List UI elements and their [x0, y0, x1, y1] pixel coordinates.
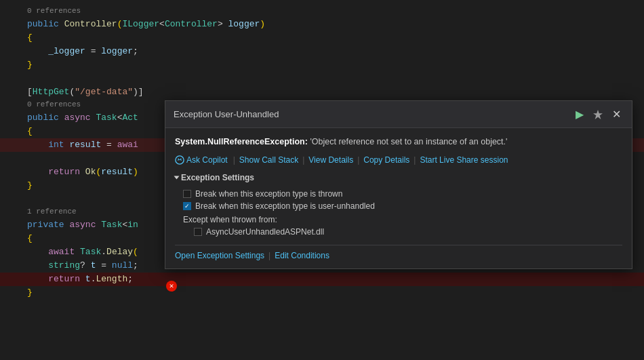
link-sep-3: |	[357, 155, 359, 165]
link-sep-2: |	[302, 155, 304, 165]
bottom-sep: |	[268, 251, 270, 260]
except-dll-label: AsyncUserUnhandledASPNet.dll	[206, 227, 324, 237]
code-line-constructor: public Controller(ILogger<Controller> lo…	[0, 18, 644, 31]
code-line-open: {	[0, 31, 644, 45]
popup-titlebar: Exception User-Unhandled ▶ ✕	[165, 101, 632, 128]
code-line-close3: }	[0, 286, 644, 300]
checkbox-1[interactable]	[183, 190, 191, 198]
code-line-blank1	[0, 72, 644, 85]
svg-point-1	[178, 158, 179, 159]
code-line-tlength: return t.Length; ✕	[0, 273, 644, 286]
breakpoint-error-icon: ✕	[166, 281, 177, 292]
continue-button[interactable]: ▶	[573, 106, 586, 122]
exception-type: System.NullReferenceException:	[175, 137, 308, 146]
open-exception-settings-link[interactable]: Open Exception Settings	[175, 251, 264, 260]
exception-settings-label: Exception Settings	[181, 173, 254, 182]
copy-details-link[interactable]: Copy Details	[363, 155, 409, 165]
view-details-link[interactable]: View Details	[308, 155, 353, 165]
checkbox-1-label: Break when this exception type is thrown	[195, 189, 342, 199]
except-when-label: Except when thrown from:	[175, 212, 622, 226]
copilot-icon	[175, 155, 184, 165]
bottom-links: Open Exception Settings | Edit Condition…	[175, 245, 622, 260]
code-line-httpget: [HttpGet("/get-data")]	[0, 85, 644, 99]
exception-settings-header: Exception Settings	[175, 173, 622, 182]
code-line-assign: _logger = logger;	[0, 45, 644, 58]
triangle-icon	[174, 176, 180, 179]
popup-title: Exception User-Unhandled	[174, 109, 279, 119]
svg-point-0	[176, 155, 184, 163]
checkbox-2-label: Break when this exception type is user-u…	[195, 201, 375, 211]
link-sep-1: |	[233, 155, 235, 165]
close-button[interactable]: ✕	[609, 106, 624, 122]
show-call-stack-link[interactable]: Show Call Stack	[239, 155, 298, 165]
exception-message: System.NullReferenceException: 'Object r…	[175, 136, 622, 148]
edit-conditions-link[interactable]: Edit Conditions	[275, 251, 329, 260]
popup-links-row: Ask Copilot | Show Call Stack | View Det…	[175, 155, 622, 165]
exception-detail: 'Object reference not set to an instance…	[310, 137, 507, 146]
ask-copilot-link[interactable]: Ask Copilot	[186, 155, 228, 165]
link-sep-4: |	[414, 155, 416, 165]
checkbox-2[interactable]	[183, 202, 191, 210]
except-when-item[interactable]: AsyncUserUnhandledASPNet.dll	[175, 226, 622, 238]
code-line-close: }	[0, 58, 644, 72]
exception-popup: Exception User-Unhandled ▶ ✕ System.Null…	[165, 100, 632, 269]
checkbox-row-1[interactable]: Break when this exception type is thrown	[175, 188, 622, 200]
except-checkbox[interactable]	[194, 228, 202, 236]
svg-point-2	[180, 158, 182, 159]
checkbox-row-2[interactable]: Break when this exception type is user-u…	[175, 200, 622, 212]
start-live-share-link[interactable]: Start Live Share session	[420, 155, 508, 165]
meta-line-1: 0 references	[0, 5, 644, 18]
pin-button[interactable]	[590, 108, 605, 121]
popup-body: System.NullReferenceException: 'Object r…	[165, 128, 632, 268]
popup-titlebar-actions: ▶ ✕	[573, 106, 624, 122]
